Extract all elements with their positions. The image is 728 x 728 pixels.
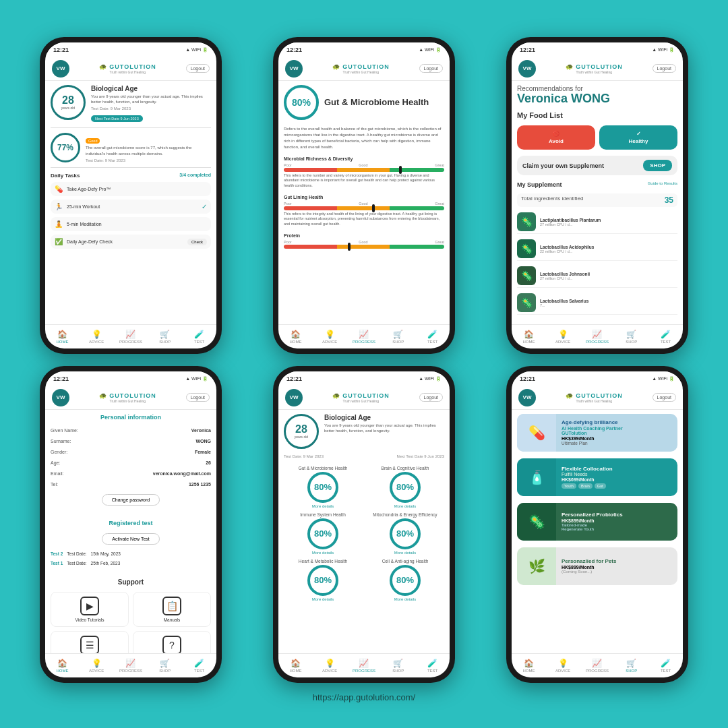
avatar-5: VW xyxy=(285,389,303,406)
more-details-3[interactable]: More details xyxy=(312,551,334,555)
info-gender: Gender: Female xyxy=(51,448,211,456)
nav-shop-2[interactable]: 🛒SHOP xyxy=(381,325,415,348)
logout-btn-4[interactable]: Logout xyxy=(186,393,210,402)
nav-shop-1[interactable]: 🛒SHOP xyxy=(148,325,182,348)
activate-btn[interactable]: Activate New Test xyxy=(102,533,160,545)
nav-advice-6[interactable]: 💡ADVICE xyxy=(546,654,580,677)
support-manuals[interactable]: 📋 Manuals xyxy=(133,592,211,627)
status-bar-1: 12:21 ▲ WiFi 🔋 xyxy=(45,42,216,57)
nav-shop-4[interactable]: 🛒SHOP xyxy=(148,654,182,677)
bar-labels-2: PoorGoodGreat xyxy=(284,202,444,206)
logout-btn-3[interactable]: Logout xyxy=(653,64,676,73)
phone-frame-4: 12:21 ▲ WiFi 🔋 VW 🐢 GUTOLUTION Truth wit… xyxy=(40,366,222,683)
nav-advice-3[interactable]: 💡ADVICE xyxy=(546,325,580,348)
support-chat[interactable]: ☰ Chat Support xyxy=(51,631,129,653)
nav-advice-5[interactable]: 💡ADVICE xyxy=(313,654,347,677)
time-4: 12:21 xyxy=(53,375,69,382)
bio-dates: Test Date: 9 Mar 2023 Next Test Date 9 J… xyxy=(284,454,444,458)
more-details-2[interactable]: More details xyxy=(394,504,417,508)
nav-advice-2[interactable]: 💡ADVICE xyxy=(313,325,347,348)
guide-link[interactable]: Guide to Results xyxy=(648,181,677,185)
score-title-6: Cell & Anti-aging Health xyxy=(382,559,429,564)
more-details-4[interactable]: More details xyxy=(394,551,417,555)
nav-test-4[interactable]: 🧪TEST xyxy=(182,654,216,677)
shop-card-probiotics[interactable]: 🦠 Personalized Probiotics HK$899/Month T… xyxy=(517,503,677,541)
shop-card-flexible[interactable]: 🧴 Flexible Collocation Fulfill Needs HK$… xyxy=(517,458,677,496)
shop-title-3: Personalized Probiotics xyxy=(562,512,672,518)
logout-btn-6[interactable]: Logout xyxy=(653,393,676,402)
support-grid: ▶ Video Tutorials 📋 Manuals ☰ Chat Suppo… xyxy=(51,592,211,653)
nav-test-2[interactable]: 🧪TEST xyxy=(415,325,450,348)
shop-btn[interactable]: SHOP xyxy=(643,160,672,171)
shop-title-2: Flexible Collocation xyxy=(562,466,672,472)
logo-text-1: 🐢 GUTOLUTION xyxy=(99,63,156,70)
score-circle-1: 77% xyxy=(51,133,80,162)
phone-frame-1: 12:21 ▲ WiFi 🔋 VW 🐢 GUTOLUTION Truth wit… xyxy=(40,37,222,354)
task-name-1: Take Age-Defy Pro™ xyxy=(67,187,207,191)
support-faq[interactable]: ? FAQs xyxy=(133,631,211,653)
score-ring-4: 80% xyxy=(390,518,421,549)
logout-btn-5[interactable]: Logout xyxy=(419,393,443,402)
check-btn[interactable]: Check xyxy=(187,239,207,245)
nav-home-2[interactable]: 🏠HOME xyxy=(278,325,313,348)
nav-progress-4[interactable]: 📈PROGRESS xyxy=(114,654,148,677)
nav-test-5[interactable]: 🧪TEST xyxy=(415,654,450,677)
support-video[interactable]: ▶ Video Tutorials xyxy=(51,592,129,627)
total-label: Total ingredients identified xyxy=(521,195,584,205)
shop-title-1: Age-defying brilliance xyxy=(562,419,672,425)
nav-progress-1[interactable]: 📈PROGRESS xyxy=(114,325,148,348)
bar-labels-3: PoorGoodGreat xyxy=(284,240,444,244)
manuals-icon: 📋 xyxy=(162,597,181,615)
supplement-title: My Supplement xyxy=(517,181,562,188)
nav-shop-3[interactable]: 🛒SHOP xyxy=(614,325,648,348)
nav-progress-2[interactable]: 📈PROGRESS xyxy=(347,325,382,348)
nav-progress-3[interactable]: 📈PROGRESS xyxy=(580,325,615,348)
nav-progress-5[interactable]: 📈PROGRESS xyxy=(347,654,382,677)
logo-text-2: 🐢 GUTOLUTION xyxy=(332,63,390,70)
nav-home-4[interactable]: 🏠HOME xyxy=(45,654,80,677)
logout-btn-1[interactable]: Logout xyxy=(186,64,210,73)
nav-home-3[interactable]: 🏠HOME xyxy=(512,325,546,348)
healthy-btn[interactable]: ✓ Healthy xyxy=(599,125,677,150)
logout-btn-2[interactable]: Logout xyxy=(419,64,443,73)
more-details-6[interactable]: More details xyxy=(394,597,417,601)
bacteria-name-3: Lactobacillus Johnsonii xyxy=(540,272,677,276)
nav-test-6[interactable]: 🧪TEST xyxy=(648,654,683,677)
score-info-1: Good The overall gut microbiome score is… xyxy=(86,133,211,162)
score-desc-1: The overall gut microbiome score is 77, … xyxy=(86,145,211,156)
task-1: 💊 Take Age-Defy Pro™ xyxy=(51,182,211,196)
shop-price-4: HK$899/Month xyxy=(562,565,672,570)
nav-advice-4[interactable]: 💡ADVICE xyxy=(80,654,114,677)
nav-home-1[interactable]: 🏠HOME xyxy=(45,325,80,348)
change-pwd-btn[interactable]: Change password xyxy=(102,494,160,506)
app-header-3: VW 🐢 GUTOLUTION Truth within Gut Healing… xyxy=(512,57,683,81)
nav-test-3[interactable]: 🧪TEST xyxy=(648,325,683,348)
shop-card-pets[interactable]: 🌿 Personazlied for Pets HK$899/Month (Co… xyxy=(517,547,677,585)
shop-sub-1: AI Health Coaching Partner xyxy=(562,426,672,431)
nav-test-1[interactable]: 🧪TEST xyxy=(182,325,216,348)
chat-icon: ☰ xyxy=(80,636,99,653)
more-details-1[interactable]: More details xyxy=(312,504,334,508)
more-details-5[interactable]: More details xyxy=(312,597,334,601)
metric-1: Microbial Richness & Diversity PoorGoodG… xyxy=(284,156,444,189)
nav-home-6[interactable]: 🏠HOME xyxy=(512,654,546,677)
test-date-val-2: 25th Feb, 2023 xyxy=(91,561,121,566)
shop-card-body-1: Age-defying brilliance AI Health Coachin… xyxy=(556,414,677,452)
shop-card-ultimate[interactable]: 💊 Age-defying brilliance AI Health Coach… xyxy=(517,414,677,452)
bar-marker-1 xyxy=(399,166,402,174)
nav-progress-6[interactable]: 📈PROGRESS xyxy=(580,654,615,677)
tasks-title: Daily Tasks 3/4 completed xyxy=(51,173,211,179)
status-bar-4: 12:21 ▲ WiFi 🔋 xyxy=(45,371,216,386)
nav-shop-6[interactable]: 🛒SHOP xyxy=(614,654,648,677)
avoid-btn[interactable]: 🚫 Avoid xyxy=(517,125,595,150)
logo-text-4: 🐢 GUTOLUTION xyxy=(99,392,156,399)
score-card-1: Gut & Microbiome Health 80% More details xyxy=(284,466,362,508)
nav-advice-1[interactable]: 💡ADVICE xyxy=(80,325,114,348)
shop-price-1: HK$399/Month xyxy=(562,436,672,441)
nav-shop-5[interactable]: 🛒SHOP xyxy=(381,654,415,677)
nav-home-5[interactable]: 🏠HOME xyxy=(278,654,313,677)
value-age: 26 xyxy=(206,460,211,465)
score-title-3: Immune System Health xyxy=(300,512,346,517)
bio-full-content: 28 years old Biological Age You are 9 ye… xyxy=(278,410,450,653)
shop-sub-2: Fulfill Needs xyxy=(562,472,672,477)
